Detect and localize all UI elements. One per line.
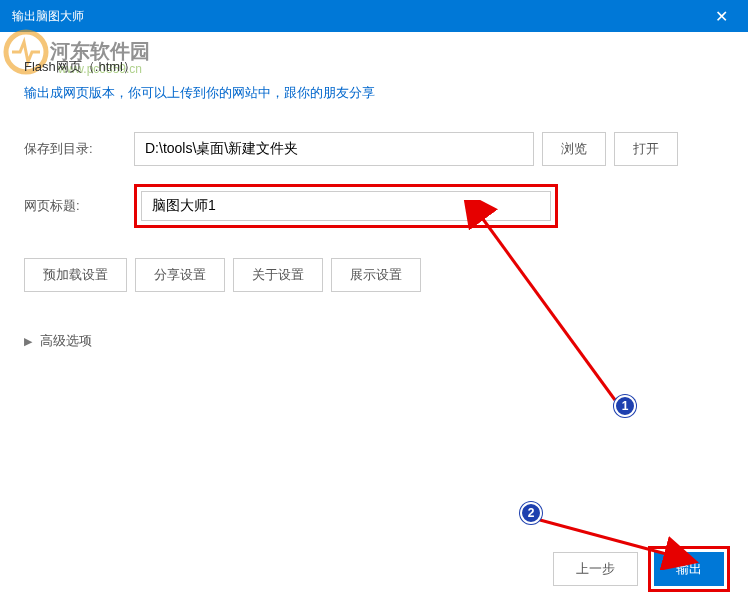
previous-step-button[interactable]: 上一步 bbox=[553, 552, 638, 586]
browse-button[interactable]: 浏览 bbox=[542, 132, 606, 166]
open-button[interactable]: 打开 bbox=[614, 132, 678, 166]
share-settings-button[interactable]: 分享设置 bbox=[135, 258, 225, 292]
save-path-label: 保存到目录: bbox=[24, 140, 134, 158]
titlebar: 输出脑图大师 ✕ bbox=[0, 0, 748, 32]
chevron-right-icon: ▶ bbox=[24, 335, 32, 348]
close-icon[interactable]: ✕ bbox=[707, 3, 736, 30]
annotation-badge-1: 1 bbox=[614, 395, 636, 417]
export-button-highlight: 输出 bbox=[648, 546, 730, 592]
annotation-badge-2: 2 bbox=[520, 502, 542, 524]
settings-button-row: 预加载设置 分享设置 关于设置 展示设置 bbox=[24, 258, 724, 292]
advanced-options-label: 高级选项 bbox=[40, 332, 92, 350]
page-title-row: 网页标题: bbox=[24, 184, 724, 228]
content-area: Flash网页（.html） 输出成网页版本，你可以上传到你的网站中，跟你的朋友… bbox=[0, 32, 748, 370]
footer-buttons: 上一步 输出 bbox=[553, 546, 730, 592]
page-title-input[interactable] bbox=[141, 191, 551, 221]
save-path-input[interactable] bbox=[134, 132, 534, 166]
page-title-label: 网页标题: bbox=[24, 197, 134, 215]
display-settings-button[interactable]: 展示设置 bbox=[331, 258, 421, 292]
page-title-highlight bbox=[134, 184, 558, 228]
window-title: 输出脑图大师 bbox=[12, 8, 84, 25]
format-description: 输出成网页版本，你可以上传到你的网站中，跟你的朋友分享 bbox=[24, 84, 724, 102]
export-button[interactable]: 输出 bbox=[654, 552, 724, 586]
preload-settings-button[interactable]: 预加载设置 bbox=[24, 258, 127, 292]
save-path-row: 保存到目录: 浏览 打开 bbox=[24, 132, 724, 166]
about-settings-button[interactable]: 关于设置 bbox=[233, 258, 323, 292]
format-title: Flash网页（.html） bbox=[24, 58, 724, 76]
advanced-options-toggle[interactable]: ▶ 高级选项 bbox=[24, 332, 724, 350]
